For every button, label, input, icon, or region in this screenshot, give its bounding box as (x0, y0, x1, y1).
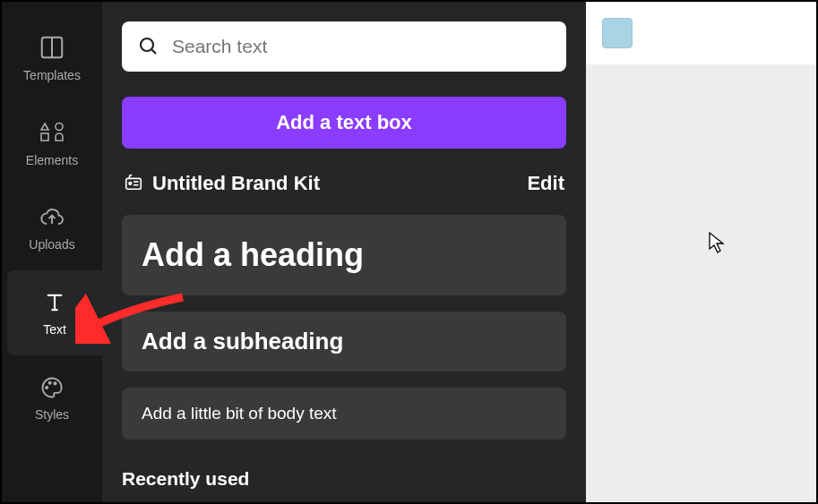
text-panel: Add a text box Untitled Brand Kit Edit A… (102, 2, 586, 502)
add-body-text-button[interactable]: Add a little bit of body text (122, 388, 566, 440)
sidebar-label: Elements (26, 153, 78, 167)
canvas-toolbar (586, 2, 816, 64)
sidebar-label: Text (43, 322, 66, 337)
brand-kit-icon (124, 172, 143, 195)
svg-point-9 (49, 381, 51, 383)
sidebar-item-templates[interactable]: Templates (2, 15, 102, 100)
sidebar-label: Templates (23, 68, 81, 82)
brand-kit-title: Untitled Brand Kit (152, 172, 320, 195)
svg-point-11 (141, 38, 153, 51)
canvas-area[interactable] (586, 2, 816, 502)
styles-icon (39, 375, 65, 400)
add-text-box-button[interactable]: Add a text box (122, 97, 566, 149)
search-icon (138, 36, 159, 57)
svg-rect-3 (41, 133, 48, 141)
left-sidebar: Templates Elements Uploads Text Styles (2, 2, 102, 502)
edit-brand-kit-link[interactable]: Edit (527, 172, 564, 195)
svg-point-14 (129, 182, 132, 184)
brand-kit-row: Untitled Brand Kit Edit (122, 172, 566, 195)
elements-icon (38, 119, 66, 146)
text-icon (42, 290, 67, 315)
sidebar-item-elements[interactable]: Elements (2, 100, 102, 185)
templates-icon (39, 34, 65, 61)
sidebar-item-text[interactable]: Text (7, 270, 102, 355)
color-swatch[interactable] (602, 18, 633, 48)
sidebar-item-styles[interactable]: Styles (2, 355, 102, 440)
search-box[interactable] (122, 21, 566, 72)
add-heading-button[interactable]: Add a heading (122, 215, 566, 295)
sidebar-item-uploads[interactable]: Uploads (2, 185, 102, 270)
svg-point-10 (54, 382, 56, 384)
sidebar-label: Styles (35, 407, 69, 422)
sidebar-label: Uploads (29, 237, 74, 252)
recently-used-heading: Recently used (122, 468, 566, 490)
svg-line-12 (151, 49, 156, 54)
svg-point-8 (46, 386, 47, 388)
add-subheading-button[interactable]: Add a subheading (122, 312, 566, 372)
svg-point-2 (56, 123, 63, 130)
uploads-icon (38, 205, 66, 230)
search-input[interactable] (172, 36, 550, 57)
